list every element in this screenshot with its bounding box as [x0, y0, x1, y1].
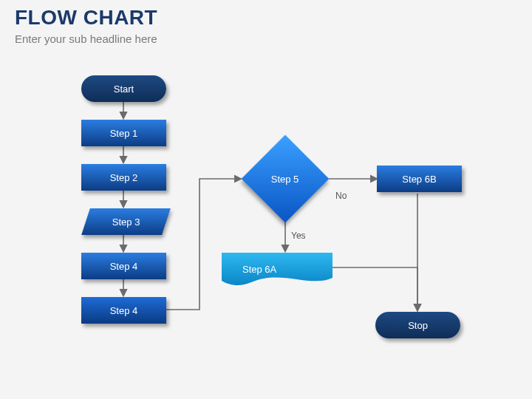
node-step5: Step 5 — [242, 135, 330, 223]
node-start-label: Start — [114, 83, 134, 95]
node-step4-bottom-label: Step 4 — [110, 305, 138, 316]
node-step6a: Step 6A — [222, 253, 353, 285]
node-start: Start — [81, 75, 166, 102]
node-step1-label: Step 1 — [110, 128, 138, 139]
node-step4-bottom: Step 4 — [81, 297, 166, 324]
node-step3: Step 3 — [81, 208, 171, 235]
node-stop: Stop — [375, 312, 460, 338]
flowchart-canvas: Start Step 1 Step 2 Step 3 Step 4 Step 4… — [0, 0, 532, 399]
edge-label-no: No — [335, 191, 347, 201]
node-stop-label: Stop — [408, 320, 428, 331]
node-step1: Step 1 — [81, 120, 166, 146]
edge-label-yes: Yes — [291, 231, 306, 241]
node-step6a-label: Step 6A — [242, 264, 276, 275]
node-step2-label: Step 2 — [110, 172, 138, 183]
node-step6b-label: Step 6B — [402, 174, 436, 185]
node-step5-label: Step 5 — [271, 174, 299, 185]
node-step4: Step 4 — [81, 253, 166, 279]
node-step6b: Step 6B — [377, 166, 462, 192]
node-step4-label: Step 4 — [110, 261, 138, 272]
node-step3-label: Step 3 — [112, 216, 140, 228]
node-step2: Step 2 — [81, 164, 166, 191]
